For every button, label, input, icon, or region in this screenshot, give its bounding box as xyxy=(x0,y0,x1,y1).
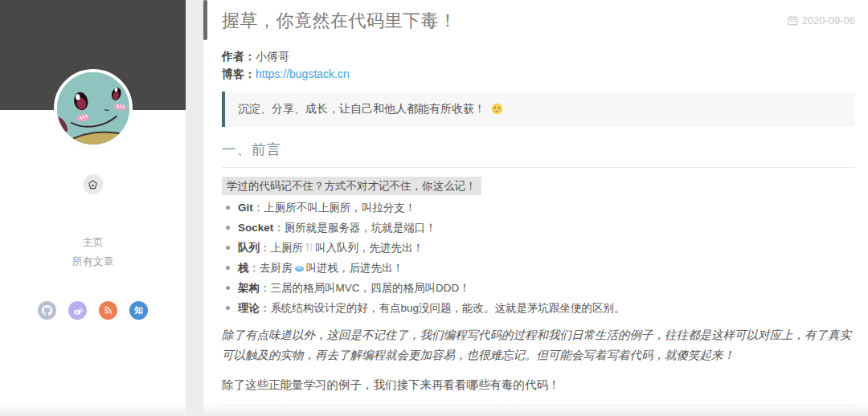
list-text-pre: ：上厕所 xyxy=(260,242,303,254)
sidebar: 主页 所有文章 xyxy=(0,0,186,416)
list-term: 理论 xyxy=(238,302,260,314)
smiling-face-emoji-icon xyxy=(491,103,503,115)
blog-label: 博客： xyxy=(222,67,256,80)
blog-page: 主页 所有文章 xyxy=(0,0,868,416)
bullet-icon xyxy=(226,266,230,270)
post-header: 握草，你竟然在代码里下毒！ 2020-09-06 xyxy=(222,10,855,33)
zhihu-link[interactable]: 知 xyxy=(129,301,148,320)
blog-url-link[interactable]: https://bugstack.cn xyxy=(256,67,350,80)
bullet-icon xyxy=(226,246,230,250)
author-label: 作者： xyxy=(222,50,256,63)
scrollbar-thumb[interactable] xyxy=(203,0,207,40)
analogy-list: Git：上厕所不叫上厕所，叫拉分支！ Socket：厕所就是服务器，坑就是端口！… xyxy=(222,201,855,316)
nav-all-posts-link[interactable]: 所有文章 xyxy=(0,254,186,270)
rss-link[interactable] xyxy=(99,301,117,320)
squirtle-face-art xyxy=(57,72,129,145)
page-title: 握草，你竟然在代码里下毒！ xyxy=(222,10,788,33)
list-item-socket: Socket：厕所就是服务器，坑就是端口！ xyxy=(222,221,855,235)
list-text: ：厕所就是服务器，坑就是端口！ xyxy=(273,222,436,234)
motto-text: 沉淀、分享、成长，让自己和他人都能有所收获！ xyxy=(238,102,485,116)
utensil-icon xyxy=(305,243,313,252)
list-item-theory: 理论：系统结构设计定的好，有点bug没问题，能改。这就是茅坑跟坐便的区别。 xyxy=(222,301,855,316)
bullet-icon xyxy=(226,286,230,290)
weibo-icon xyxy=(72,305,84,316)
list-term: Socket xyxy=(238,222,273,234)
home-button[interactable] xyxy=(83,174,103,194)
list-text-post: 叫入队列，先进先出！ xyxy=(315,242,424,254)
section-heading: 一、前言 xyxy=(222,140,855,168)
home-pentagon-icon xyxy=(88,179,99,190)
post-meta: 作者：小傅哥 博客：https://bugstack.cn xyxy=(222,47,855,83)
social-links: 知 xyxy=(0,301,186,320)
list-term: 栈 xyxy=(238,262,249,274)
post-date-text: 2020-09-06 xyxy=(802,14,856,27)
list-text-post: 叫进栈，后进先出！ xyxy=(306,262,404,274)
author-name: 小傅哥 xyxy=(256,50,289,63)
list-text-pre: ：去厨房 xyxy=(249,262,293,274)
list-text: ：上厕所不叫上厕所，叫拉分支！ xyxy=(253,202,416,214)
blog-row: 博客：https://bugstack.cn xyxy=(222,65,855,83)
post-date: 2020-09-06 xyxy=(788,14,856,27)
bullet-icon xyxy=(226,306,230,310)
list-item-queue: 队列：上厕所叫入队列，先进先出！ xyxy=(222,241,855,255)
github-link[interactable] xyxy=(38,301,56,320)
sidebar-nav: 主页 所有文章 xyxy=(0,231,186,273)
article-pane: 握草，你竟然在代码里下毒！ 2020-09-06 作者：小傅哥 博客： xyxy=(203,0,868,416)
nav-home-link[interactable]: 主页 xyxy=(0,235,186,251)
bullet-icon xyxy=(226,226,230,230)
highlight-text: 学过的代码记不住？方式不对才记不住，你这么记！ xyxy=(222,177,481,195)
list-text: ：系统结构设计定的好，有点bug没问题，能改。这就是茅坑跟坐便的区别。 xyxy=(260,302,625,314)
list-item-stack: 栈：去厨房叫进栈，后进先出！ xyxy=(222,261,855,275)
motto-blockquote: 沉淀、分享、成长，让自己和他人都能有所收获！ xyxy=(222,92,855,127)
bullet-icon xyxy=(226,206,230,210)
author-row: 作者：小傅哥 xyxy=(222,47,855,65)
list-term: 架构 xyxy=(238,282,260,294)
paragraph-2: 除了这些正能量学习的例子，我们接下来再看看哪些有毒的代码！ xyxy=(222,375,855,395)
list-item-architecture: 架构：三居的格局叫MVC，四居的格局叫DDD！ xyxy=(222,281,855,296)
weibo-link[interactable] xyxy=(68,301,87,320)
footer-divider xyxy=(222,405,855,406)
zhihu-glyph: 知 xyxy=(134,306,143,315)
list-item-git: Git：上厕所不叫上厕所，叫拉分支！ xyxy=(222,201,855,215)
list-text: ：三居的格局叫MVC，四居的格局叫DDD！ xyxy=(260,282,470,294)
list-term: Git xyxy=(238,202,253,214)
dish-icon xyxy=(294,264,305,272)
list-term: 队列 xyxy=(238,242,260,254)
scrollbar-track[interactable] xyxy=(186,0,203,416)
avatar-squirtle-image xyxy=(54,69,133,148)
calendar-icon xyxy=(788,15,798,26)
rss-icon xyxy=(103,305,113,316)
github-icon xyxy=(42,305,52,316)
paragraph-1: 除了有点味道以外，这回是不记住了，我们编程写代码的过程和我们日常生活的例子，往往… xyxy=(222,325,855,365)
